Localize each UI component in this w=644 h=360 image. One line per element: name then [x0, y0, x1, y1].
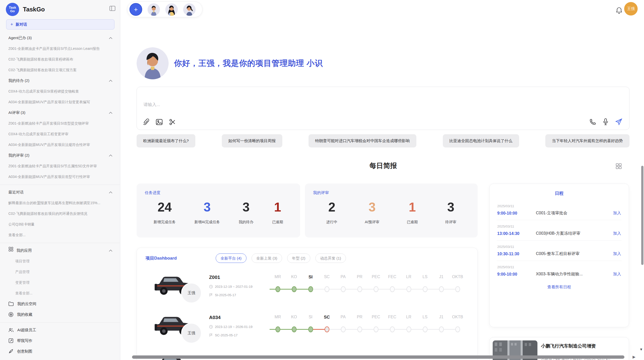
- join-link[interactable]: 加入: [613, 272, 621, 277]
- layout-grid-icon[interactable]: [615, 163, 622, 171]
- filter-chip-powertrain[interactable]: 动总开发 (1): [315, 253, 346, 263]
- clock-icon: [209, 285, 213, 289]
- sidebar-item[interactable]: C0X4-动力总成开发项目SI里程碑提交物检查: [0, 86, 120, 97]
- stat-value: 3: [204, 201, 211, 214]
- apps-view-all[interactable]: 查看全部...: [0, 288, 120, 298]
- milestone-track: MR KO SI SC PA PR PEC FEC LR LS J1 OKTB: [270, 267, 467, 307]
- sidebar-item[interactable]: A034-全新新能源MUV产品开发项目计划变更表编写: [0, 97, 120, 107]
- filter-chip-year-model[interactable]: 年型 (2): [287, 253, 310, 263]
- stat-cards: 任务进度 24 新增完成任务 3 新增AI完成任务 3 我的待办: [137, 184, 478, 237]
- sidebar-sections: Agent已办 (3) Z001-全新燃油皮卡产品开发项目SI节点Lesson …: [0, 33, 120, 357]
- sidebar-item-cloud-space[interactable]: 我的云空间: [0, 298, 120, 309]
- scroll-right-arrow[interactable]: ▶: [633, 355, 636, 359]
- view-all-schedule-link[interactable]: 查看所有日程: [490, 284, 629, 290]
- sidebar-item-help-me-write[interactable]: 帮我写作: [0, 335, 120, 346]
- sidebar-item[interactable]: Z001-全新燃油轻卡产品开发项目SI造型提交物评审: [0, 118, 120, 129]
- milestone-node-done: [308, 326, 313, 332]
- stat-value: 2: [328, 201, 335, 214]
- agent-avatar-3[interactable]: [183, 3, 196, 16]
- recent-chat-item[interactable]: C02-飞腾新能源轻客改款项目的闭环通告反馈情况: [0, 208, 120, 219]
- user-avatar[interactable]: 王强: [624, 2, 638, 16]
- recent-chat-item[interactable]: 公司Q3轻卡销量: [0, 219, 120, 230]
- stat-label: 新增AI完成任务: [194, 220, 220, 224]
- stat-value: 1: [274, 201, 281, 214]
- chevron-up-icon: [109, 80, 112, 82]
- sidebar-item[interactable]: C0X4-动力总成开发项目工程变更评审: [0, 129, 120, 139]
- horizontal-scrollbar[interactable]: [132, 355, 624, 359]
- section-header-ai-review[interactable]: AI评审 (3): [0, 107, 120, 118]
- milestone-node-done: [275, 326, 280, 332]
- sidebar-item-ai-super-staff[interactable]: AI超级员工: [0, 325, 120, 335]
- scroll-down-arrow[interactable]: ▼: [639, 347, 643, 351]
- project-owner-avatar: 王强: [181, 323, 202, 343]
- sidebar-collapse-icon[interactable]: [109, 6, 115, 12]
- agent-avatar-2[interactable]: [165, 3, 178, 16]
- stat-overdue: 1 已逾期: [407, 201, 418, 224]
- flag-icon: [209, 333, 213, 337]
- schedule-name: X003-车辆动力学性能验...: [536, 272, 613, 277]
- app-item-change-mgmt[interactable]: 变更管理: [0, 277, 120, 288]
- scissors-icon[interactable]: [169, 118, 176, 126]
- section-header-my-review[interactable]: 我的评审 (2): [0, 150, 120, 161]
- app-item-project-mgmt[interactable]: 项目管理: [0, 256, 120, 266]
- attachment-icon[interactable]: [143, 118, 150, 126]
- join-link[interactable]: 加入: [613, 251, 621, 257]
- cloud-space-label: 我的云空间: [17, 298, 36, 309]
- schedule-item: 2025/03/11 10:30-11:30 C005-整车工程目标评审 加入: [497, 241, 622, 261]
- chat-input-box[interactable]: 请输入...: [137, 87, 630, 130]
- suggestion-chip[interactable]: 当下年轻人对汽车外观有怎样的喜好趋势: [545, 134, 630, 147]
- logo-text-2: Go: [10, 9, 15, 13]
- section-header-agent-done[interactable]: Agent已办 (3): [0, 33, 120, 43]
- task-progress-card: 任务进度 24 新增完成任务 3 新增AI完成任务 3 我的待办: [137, 184, 300, 237]
- milestone-node: [423, 326, 428, 332]
- schedule-time: 9:00-10:00: [497, 211, 536, 216]
- schedule-date: 2025/03/11: [497, 265, 621, 269]
- milestone-node: [374, 286, 378, 292]
- schedule-item: 2025/03/11 13:00-14:30 C003|H0B-方案冻结评审 加…: [497, 220, 622, 241]
- sidebar-item[interactable]: A034-全新新能源MUV产品开发项目法规符合性评审: [0, 139, 120, 150]
- phone-icon[interactable]: [589, 118, 596, 125]
- join-link[interactable]: 加入: [613, 211, 621, 216]
- milestone-node: [455, 326, 460, 332]
- new-chat-button[interactable]: + 新对话: [6, 19, 114, 29]
- section-header-my-apps[interactable]: 我的应用: [0, 245, 120, 256]
- project-row[interactable]: 王强 A034 2023-12-19 ~ 2026-01-19 SC-2025-…: [137, 307, 478, 347]
- sidebar-item[interactable]: C02-飞腾新能源轻客改款项目里程碑画布: [0, 54, 120, 65]
- project-code: A034: [209, 315, 221, 320]
- microphone-icon[interactable]: [602, 118, 609, 125]
- suggestion-chip[interactable]: 特朗普可能对进口汽车增税会对中国车企造成哪些影响: [309, 134, 416, 147]
- sidebar-item[interactable]: A034-全新新能源MUV产品开发项目造型可行性评审: [0, 171, 120, 182]
- sidebar-item-creative-drawing[interactable]: 创意制图: [0, 346, 120, 357]
- vertical-scrollbar[interactable]: [641, 166, 643, 265]
- suggestion-chip[interactable]: 欧洲新规最近颁布了什么?: [137, 134, 195, 147]
- stat-overdue: 1 已逾期: [272, 201, 283, 224]
- project-row[interactable]: 王强 Z001 2023-12-19 ~ 2027-01-19 SI-2025-…: [137, 267, 478, 307]
- milestone-node: [390, 326, 395, 332]
- filter-chip-new-platform[interactable]: 全新平台 (4): [216, 253, 246, 263]
- sidebar-item[interactable]: C02-飞腾新能源轻客改款项目立项汇报方案: [0, 65, 120, 75]
- milestone-node: [406, 326, 411, 332]
- suggestion-chip[interactable]: 如何写一份清晰的项目周报: [222, 134, 282, 147]
- recent-chat-item[interactable]: 解释最新出台的欧盟报废车法规再生塑料比例被调至15%...: [0, 198, 120, 208]
- section-header-my-todo[interactable]: 我的待办 (2): [0, 75, 120, 86]
- notifications-bell-icon[interactable]: [616, 7, 622, 15]
- schedule-time: 13:00-14:30: [497, 231, 536, 236]
- stat-label: AI预评审: [365, 220, 379, 224]
- filter-chip-new-body[interactable]: 全新上装 (3): [252, 253, 282, 263]
- sidebar-item[interactable]: Z001-全新燃油轻卡产品开发项目SI节点属性5D文件评审: [0, 161, 120, 171]
- suggestion-chip[interactable]: 比亚迪全固态电池计划具体说了什么: [443, 134, 519, 147]
- add-agent-button[interactable]: +: [129, 3, 142, 16]
- main-area: +: [120, 0, 644, 360]
- recent-view-all[interactable]: 查看全部...: [0, 230, 120, 240]
- app-item-product-mgmt[interactable]: 产品管理: [0, 266, 120, 277]
- send-icon[interactable]: [615, 118, 623, 126]
- milestone-node: [341, 326, 346, 332]
- sidebar-item[interactable]: Z001-全新燃油皮卡产品开发项目SI节点Lesson Learn报告: [0, 43, 120, 54]
- project-dashboard-card: 项目Dashboard 全新平台 (4) 全新上装 (3) 年型 (2) 动总开…: [137, 248, 478, 360]
- sidebar-item-favorites[interactable]: 我的收藏: [0, 309, 120, 320]
- section-header-recent-chats[interactable]: 最近对话: [0, 187, 120, 198]
- join-link[interactable]: 加入: [613, 231, 621, 236]
- image-icon[interactable]: [156, 118, 163, 126]
- agent-avatar-1[interactable]: [148, 3, 160, 16]
- project-dates: 2023-12-19 ~ 2026-01-19: [209, 325, 253, 329]
